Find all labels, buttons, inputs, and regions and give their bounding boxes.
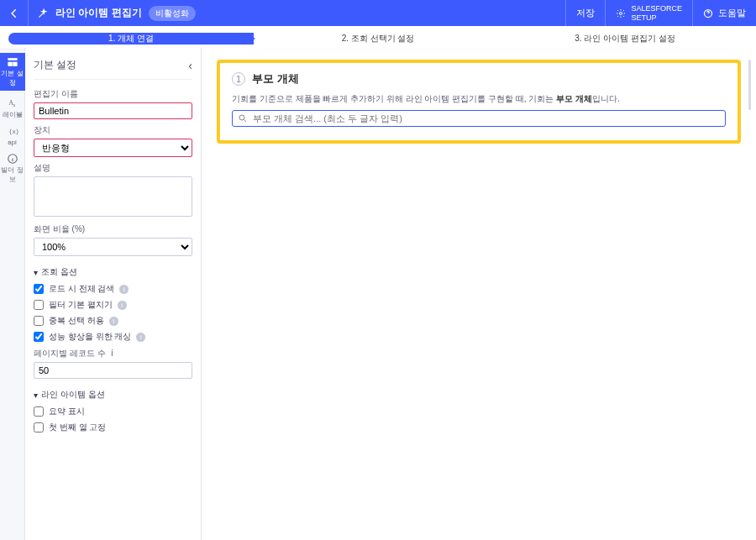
screen-ratio-label: 화면 비율 (%) (34, 223, 192, 235)
chk-load-all-label: 로드 시 전체 검색 (49, 283, 114, 295)
chk-first-col[interactable]: 첫 번째 열 고정 (34, 422, 192, 433)
rail-api-label: api (8, 139, 17, 146)
step-number-badge: 1 (232, 72, 245, 86)
panel-title-text: 부모 개체 (252, 71, 299, 87)
chk-multi-select[interactable]: 중복 선택 허용 i (34, 315, 192, 327)
layout-icon (7, 56, 18, 68)
back-button[interactable] (0, 0, 29, 26)
rail-basic-settings[interactable]: 기본 설정 (0, 53, 25, 91)
sidebar-heading: 기본 설정 (34, 58, 76, 72)
gear-icon (616, 8, 626, 18)
top-bar: 라인 아이템 편집기 비활성화 저장 SALESFORCE SETUP 도움말 (0, 0, 756, 26)
setup-label: SALESFORCE SETUP (631, 4, 682, 23)
rail-builder-label: 빌더 정보 (0, 165, 25, 184)
chevron-down-icon: ▾ (34, 268, 38, 277)
code-icon: {x} (7, 126, 18, 138)
lookup-options-toggle[interactable]: ▾ 조회 옵션 (34, 266, 192, 278)
salesforce-setup-button[interactable]: SALESFORCE SETUP (605, 0, 692, 26)
panel-title: 1 부모 개체 (232, 71, 726, 87)
info-icon[interactable]: i (119, 285, 129, 294)
step-3[interactable]: 3. 라인 아이템 편집기 설정 (502, 33, 748, 45)
help-button[interactable]: 도움말 (692, 0, 756, 26)
lookup-options-label: 조회 옵션 (41, 266, 77, 278)
chk-perf-cache-label: 성능 향상을 위한 캐싱 (49, 331, 131, 343)
arrow-left-icon (8, 8, 20, 19)
device-select[interactable]: 반응형 (34, 139, 192, 157)
chk-filter-expand-box[interactable] (34, 300, 44, 310)
info-icon (7, 153, 18, 165)
chk-first-col-label: 첫 번째 열 고정 (49, 422, 106, 433)
stepper: 1. 개체 연결 2. 조회 선택기 설정 3. 라인 아이템 편집기 설정 (0, 26, 756, 48)
step-2[interactable]: 2. 조회 선택기 설정 (255, 33, 501, 45)
sidebar-header: 기본 설정 ‹ (34, 56, 192, 80)
icon-rail: 기본 설정 Aa 레이블 {x} api 빌더 정보 (0, 48, 25, 540)
chk-multi-select-box[interactable] (34, 316, 44, 326)
save-button[interactable]: 저장 (565, 0, 605, 26)
svg-point-0 (620, 12, 622, 14)
text-icon: Aa (7, 97, 18, 109)
svg-rect-2 (8, 58, 17, 60)
description-textarea[interactable] (34, 176, 192, 217)
parent-object-panel: 1 부모 개체 기회를 기준으로 제품을 빠르게 추가하기 위해 라인 아이템 … (217, 60, 741, 144)
parent-object-search-input[interactable] (253, 113, 720, 123)
top-actions: 저장 SALESFORCE SETUP 도움말 (565, 0, 756, 26)
sidebar: 기본 설정 ‹ 편집기 이름 장치 반응형 설명 화면 비율 (%) 100% … (25, 48, 202, 540)
chk-summary-label: 요약 표시 (49, 406, 85, 417)
title-area: 라인 아이템 편집기 비활성화 (29, 0, 565, 26)
page-title: 라인 아이템 편집기 (55, 6, 142, 20)
chk-load-all[interactable]: 로드 시 전체 검색 i (34, 283, 192, 295)
chk-load-all-box[interactable] (34, 284, 44, 294)
main-canvas: 1 부모 개체 기회를 기준으로 제품을 빠르게 추가하기 위해 라인 아이템 … (202, 48, 756, 540)
chk-perf-cache[interactable]: 성능 향상을 위한 캐싱 i (34, 331, 192, 343)
device-label: 장치 (34, 124, 192, 136)
svg-text:{x}: {x} (8, 128, 18, 135)
wand-icon (37, 8, 49, 19)
step-1-label: 1. 개체 연결 (108, 33, 154, 45)
info-icon[interactable]: i (136, 333, 145, 342)
chk-summary-box[interactable] (34, 406, 44, 417)
rail-builder-info[interactable]: 빌더 정보 (0, 153, 25, 184)
step-2-label: 2. 조회 선택기 설정 (342, 33, 415, 45)
info-icon[interactable]: i (118, 301, 127, 310)
svg-rect-3 (8, 62, 12, 66)
panel-description: 기회를 기준으로 제품을 빠르게 추가하기 위해 라인 아이템 편집기를 구현할… (232, 93, 726, 105)
info-icon[interactable]: i (109, 317, 118, 326)
collapse-sidebar-button[interactable]: ‹ (188, 59, 192, 72)
editor-name-input[interactable] (34, 102, 192, 119)
svg-text:a: a (13, 102, 15, 107)
info-icon[interactable]: i (111, 349, 113, 358)
search-icon (238, 113, 248, 123)
page-records-input[interactable] (34, 362, 192, 379)
rail-labels-label: 레이블 (3, 110, 23, 119)
line-item-options-toggle[interactable]: ▾ 라인 아이템 옵션 (34, 389, 192, 401)
rail-api[interactable]: {x} api (0, 126, 25, 146)
rail-basic-label: 기본 설정 (0, 69, 25, 87)
svg-rect-4 (13, 62, 17, 66)
save-label: 저장 (576, 7, 595, 19)
parent-object-search[interactable] (232, 110, 726, 127)
help-icon (703, 8, 713, 18)
screen-ratio-select[interactable]: 100% (34, 238, 192, 256)
main-layout: 기본 설정 Aa 레이블 {x} api 빌더 정보 기본 설정 ‹ 편집기 이… (0, 48, 756, 540)
step-1[interactable]: 1. 개체 연결 (8, 33, 254, 45)
chk-filter-expand[interactable]: 필터 기본 펼치기 i (34, 299, 192, 311)
step-3-label: 3. 라인 아이템 편집기 설정 (575, 33, 675, 45)
chk-summary[interactable]: 요약 표시 (34, 406, 192, 417)
scrollbar[interactable] (748, 60, 751, 110)
help-label: 도움말 (718, 7, 746, 19)
description-label: 설명 (34, 162, 192, 174)
page-records-label: 페이지별 레코드 수 i (34, 348, 192, 359)
chk-filter-expand-label: 필터 기본 펼치기 (49, 299, 113, 311)
chk-multi-select-label: 중복 선택 허용 (49, 315, 104, 327)
status-badge: 비활성화 (149, 6, 196, 21)
line-item-options-label: 라인 아이템 옵션 (41, 389, 105, 401)
chk-first-col-box[interactable] (34, 422, 44, 433)
rail-labels[interactable]: Aa 레이블 (0, 97, 25, 119)
chevron-down-icon: ▾ (34, 391, 38, 400)
svg-point-9 (239, 115, 244, 120)
editor-name-label: 편집기 이름 (34, 88, 192, 100)
chk-perf-cache-box[interactable] (34, 332, 44, 342)
